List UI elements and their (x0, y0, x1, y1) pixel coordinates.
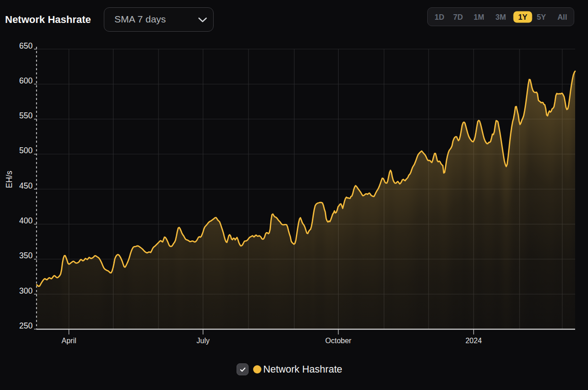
svg-text:550: 550 (19, 111, 33, 120)
svg-text:450: 450 (19, 181, 33, 190)
svg-text:300: 300 (19, 286, 33, 295)
svg-text:2024: 2024 (465, 337, 482, 345)
svg-text:400: 400 (19, 216, 33, 225)
svg-text:250: 250 (19, 321, 33, 330)
svg-text:500: 500 (19, 146, 33, 155)
svg-text:EH/s: EH/s (5, 171, 14, 188)
svg-text:600: 600 (19, 76, 33, 85)
svg-text:April: April (62, 337, 76, 345)
svg-text:650: 650 (19, 41, 33, 50)
svg-text:350: 350 (19, 251, 33, 260)
svg-text:October: October (325, 337, 352, 345)
svg-text:July: July (197, 337, 209, 345)
